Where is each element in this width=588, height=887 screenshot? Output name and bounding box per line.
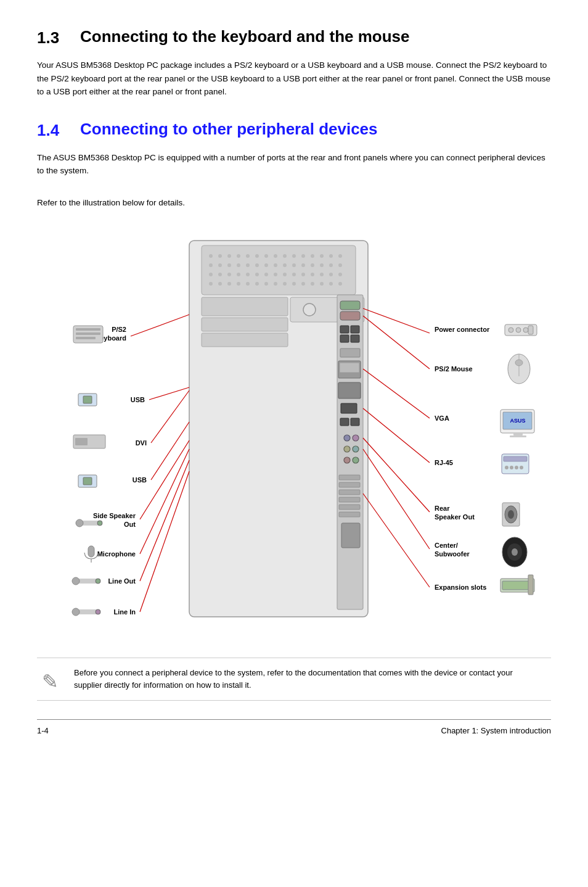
svg-text:USB: USB (133, 476, 147, 484)
svg-point-82 (353, 435, 359, 441)
svg-point-36 (246, 273, 250, 276)
svg-text:USB: USB (131, 396, 145, 403)
svg-point-10 (283, 254, 287, 258)
svg-rect-104 (83, 396, 92, 403)
svg-point-19 (227, 263, 231, 267)
section-1-4-title: Connecting to other peripheral devices (80, 117, 378, 141)
svg-point-84 (353, 446, 359, 452)
svg-point-43 (311, 273, 314, 276)
svg-point-38 (264, 273, 268, 276)
svg-point-24 (274, 263, 277, 267)
svg-point-138 (523, 328, 528, 332)
svg-point-30 (329, 263, 333, 267)
section-1-3-num: 1.3 (37, 26, 80, 50)
svg-line-101 (149, 387, 189, 400)
svg-text:Microphone: Microphone (97, 550, 136, 558)
section-1-3-header: 1.3 Connecting to the keyboard and the m… (37, 25, 551, 50)
svg-point-86 (353, 457, 359, 463)
note-text: Before you connect a peripheral device t… (74, 668, 513, 690)
svg-point-137 (516, 328, 521, 332)
svg-point-18 (218, 263, 222, 267)
svg-text:Expansion slots: Expansion slots (435, 584, 486, 591)
svg-rect-71 (351, 326, 359, 333)
svg-rect-89 (339, 490, 360, 495)
svg-point-20 (237, 263, 240, 267)
svg-point-15 (329, 254, 333, 258)
svg-point-132 (96, 609, 100, 614)
svg-point-3 (218, 254, 222, 258)
section-1-4-num: 1.4 (37, 118, 80, 142)
svg-point-60 (329, 282, 333, 286)
svg-rect-64 (202, 333, 288, 347)
svg-point-61 (338, 282, 342, 286)
svg-text:Line Out: Line Out (108, 577, 136, 585)
svg-point-8 (264, 254, 268, 258)
svg-rect-176 (528, 575, 533, 595)
svg-point-31 (338, 263, 342, 267)
svg-line-160 (363, 438, 430, 512)
svg-point-5 (237, 254, 240, 258)
svg-point-54 (274, 282, 277, 286)
svg-text:VGA: VGA (435, 415, 449, 422)
svg-point-40 (283, 273, 287, 276)
svg-point-17 (209, 263, 213, 267)
svg-line-166 (363, 449, 430, 549)
svg-rect-74 (340, 349, 360, 357)
svg-rect-72 (340, 335, 349, 342)
svg-point-33 (218, 273, 222, 276)
svg-rect-93 (341, 523, 360, 548)
section-1-3-body: Your ASUS BM5368 Desktop PC package incl… (37, 59, 551, 99)
note-icon: ✎ (42, 667, 59, 698)
svg-text:Out: Out (124, 521, 136, 528)
svg-point-22 (255, 263, 259, 267)
svg-point-44 (320, 273, 324, 276)
svg-point-53 (264, 282, 268, 286)
svg-text:DVI: DVI (136, 439, 147, 447)
svg-text:PS/2 Mouse: PS/2 Mouse (435, 365, 473, 373)
svg-rect-69 (340, 311, 360, 320)
svg-point-49 (227, 282, 231, 286)
svg-rect-77 (338, 382, 361, 398)
svg-text:Center/: Center/ (435, 542, 458, 549)
svg-point-117 (76, 519, 83, 527)
svg-line-128 (140, 471, 189, 612)
svg-point-51 (246, 282, 250, 286)
note-box: ✎ Before you connect a peripheral device… (37, 658, 551, 701)
svg-rect-99 (76, 332, 100, 335)
svg-point-118 (97, 521, 102, 526)
svg-point-45 (329, 273, 333, 276)
svg-point-26 (292, 263, 296, 267)
svg-point-56 (292, 282, 296, 286)
diagram-svg: P/S2 Keyboard USB DVI USB Side Speaker O… (41, 228, 547, 648)
svg-text:Subwoofer: Subwoofer (435, 550, 470, 558)
svg-point-37 (255, 273, 259, 276)
svg-point-41 (292, 273, 296, 276)
svg-point-156 (505, 466, 508, 469)
svg-rect-91 (339, 505, 360, 510)
svg-line-94 (131, 315, 189, 336)
svg-point-25 (283, 263, 287, 267)
peripheral-diagram: P/S2 Keyboard USB DVI USB Side Speaker O… (41, 228, 547, 651)
svg-point-52 (255, 282, 259, 286)
svg-point-27 (301, 263, 305, 267)
svg-rect-79 (340, 418, 349, 426)
footer-chapter: Chapter 1: System introduction (441, 725, 551, 737)
svg-rect-100 (76, 337, 96, 339)
svg-point-16 (338, 254, 342, 258)
svg-text:ASUS: ASUS (510, 418, 525, 424)
svg-text:RJ-45: RJ-45 (435, 459, 453, 466)
svg-line-119 (140, 449, 189, 554)
svg-point-171 (512, 548, 518, 556)
svg-point-57 (301, 282, 305, 286)
svg-line-123 (140, 460, 189, 581)
svg-text:Line In: Line In (114, 608, 136, 616)
svg-rect-175 (502, 581, 532, 590)
svg-rect-62 (202, 297, 288, 316)
svg-point-59 (320, 282, 324, 286)
svg-line-172 (363, 493, 430, 587)
svg-point-144 (515, 360, 523, 366)
svg-rect-88 (339, 482, 360, 487)
svg-rect-73 (351, 335, 359, 342)
svg-rect-80 (351, 418, 359, 426)
svg-rect-150 (513, 433, 523, 435)
